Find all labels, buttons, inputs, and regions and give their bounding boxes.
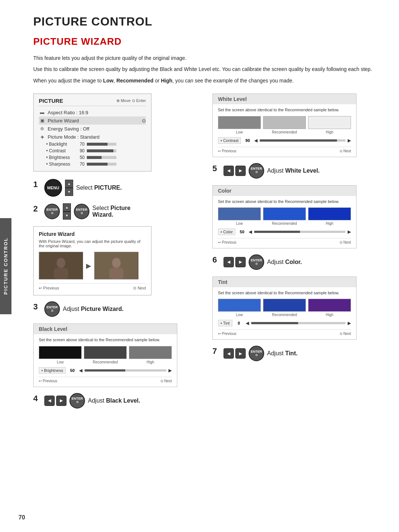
enter-button-1[interactable]: ENTER⊙: [44, 204, 60, 219]
step-5-buttons: ◀ ▶: [224, 166, 246, 176]
wizard-nav: ↩ Previous ⊙ Next: [39, 283, 146, 291]
tint-bar-fill: [251, 322, 299, 324]
enter-button-5[interactable]: ENTER⊙: [249, 163, 264, 179]
black-level-swatches: Low Recommended High: [39, 346, 172, 364]
step5-right-btn[interactable]: ▶: [235, 166, 246, 176]
dpad-down-2[interactable]: ▼: [63, 211, 71, 220]
wl-swatch-recommended: Recommended: [263, 116, 306, 134]
step-6: 6 ◀ ▶ ENTER⊙ Adjust Color.: [212, 254, 381, 270]
dpad-up-2[interactable]: ▲: [63, 203, 71, 211]
tint-swatch-rec: Recommended: [263, 299, 306, 317]
color-left-arrow[interactable]: ◀: [249, 229, 252, 234]
black-level-title: Black Level: [34, 324, 177, 334]
contrast-label: • Contrast: [218, 137, 241, 144]
wizard-nav-next: ⊙ Next: [133, 286, 146, 291]
tint-left-arrow[interactable]: ◀: [246, 321, 249, 326]
wizard-panel-desc: With Picture Wizard, you can adjust the …: [39, 239, 146, 248]
dpad-up[interactable]: ▲: [65, 180, 73, 188]
brightness-label: • Brightness: [39, 367, 66, 374]
white-level-desc: Set the screen above identical to the Re…: [218, 107, 351, 113]
right-btn[interactable]: ▶: [56, 396, 66, 406]
color-bar-fill: [254, 231, 300, 233]
bl-nav-next: ⊙ Next: [160, 379, 172, 383]
enter-next-icon: ⊙: [133, 286, 136, 290]
tint-right-arrow[interactable]: ▶: [348, 321, 351, 326]
menu-row-mode: ◈ Picture Mode : Standard: [39, 133, 146, 141]
swatch-high: High: [129, 346, 172, 364]
step7-right-btn[interactable]: ▶: [235, 348, 246, 359]
swatch-black-high: [129, 346, 172, 359]
enter-button-7[interactable]: ENTER⊙: [249, 346, 264, 361]
tint-nav: ↩ Previous ⊙ Next: [218, 329, 351, 336]
svg-rect-7: [95, 252, 138, 279]
step-4-buttons: ◀ ▶: [44, 396, 66, 406]
tint-panel: Tint Set the screen above identical to t…: [212, 277, 357, 340]
tint-title: Tint: [213, 277, 356, 287]
color-control: • Color 50 ◀ ▶: [218, 228, 351, 235]
wizard-panel-title: Picture Wizard: [39, 231, 146, 237]
step-5: 5 ◀ ▶ ENTER⊙ Adjust White Level.: [212, 163, 381, 179]
color-swatch-rec: Recommended: [263, 207, 306, 226]
brightness-bar: [87, 156, 116, 159]
enter-button-3[interactable]: ENTER⊙: [44, 301, 60, 317]
left-btn[interactable]: ◀: [44, 396, 55, 406]
enter-button-6[interactable]: ENTER⊙: [249, 254, 264, 270]
sub-row-sharpness: • Sharpness 70: [39, 161, 146, 167]
color-right-arrow[interactable]: ▶: [348, 229, 351, 234]
step-1-num: 1: [33, 180, 41, 189]
white-level-panel: White Level Set the screen above identic…: [212, 94, 357, 157]
color-label: • Color: [218, 228, 235, 235]
tint-next-icon: ⊙: [340, 332, 342, 336]
color-swatches: Low Recommended High: [218, 207, 351, 226]
svg-rect-3: [40, 252, 83, 279]
aspect-icon: ▬: [39, 109, 45, 116]
right-arrow-btn[interactable]: ▶: [168, 368, 172, 373]
color-nav-next: ⊙ Next: [340, 240, 351, 244]
dpad-up-down: ▲ ▼: [65, 180, 73, 196]
step-7-buttons: ◀ ▶: [224, 348, 246, 359]
swatch-white-high: [308, 116, 351, 129]
enter-button-4[interactable]: ENTER⊙: [69, 393, 85, 409]
menu-button[interactable]: MENU: [44, 179, 62, 197]
enter-button-2[interactable]: ENTER⊙: [74, 204, 89, 219]
step5-left-btn[interactable]: ◀: [224, 166, 234, 176]
sub-row-backlight: • Backlight 70: [39, 141, 146, 148]
wl-right-arrow[interactable]: ▶: [348, 138, 351, 143]
step-2-num: 2: [33, 204, 41, 214]
swatch-white-rec: [263, 116, 306, 129]
color-prev-icon: ↩: [218, 240, 221, 244]
intro-line3: When you adjust the image to Low, Recomm…: [33, 77, 381, 85]
sub-row-brightness: • Brightness 50: [39, 154, 146, 161]
swatch-recommended: Recommended: [84, 346, 127, 364]
step-3-num: 3: [33, 302, 41, 312]
step7-left-btn[interactable]: ◀: [224, 348, 234, 359]
tint-swatch-low: Low: [218, 299, 261, 317]
wl-left-arrow[interactable]: ◀: [254, 138, 258, 143]
menu-nav-hint: ⊕ Move ⊙ Enter: [116, 98, 146, 103]
dpad-down[interactable]: ▼: [65, 188, 73, 196]
white-level-swatches: Low Recommended High: [218, 116, 351, 134]
wl-nav-next: ⊙ Next: [340, 149, 351, 153]
bl-prev-icon: ↩: [39, 379, 42, 383]
sub-row-contrast: • Contrast 90: [39, 148, 146, 154]
tint-label: • Tint: [218, 320, 232, 326]
wizard-images: ▶: [39, 252, 146, 279]
black-level-nav: ↩ Previous ⊙ Next: [39, 377, 172, 383]
white-level-control: • Contrast 90 ◀ ▶: [218, 137, 351, 144]
contrast-value: 90: [243, 138, 252, 143]
wl-prev-icon: ↩: [218, 149, 221, 153]
tint-prev-icon: ↩: [218, 332, 221, 336]
move-icon: ⊕: [116, 98, 120, 103]
swatch-tint-rec: [263, 299, 306, 312]
wl-nav-prev: ↩ Previous: [218, 149, 236, 153]
page-number: 70: [18, 514, 25, 521]
step6-right-btn[interactable]: ▶: [235, 257, 246, 267]
step6-left-btn[interactable]: ◀: [224, 257, 234, 267]
color-swatch-low: Low: [218, 207, 261, 226]
brightness-bar-fill: [85, 369, 126, 372]
menu-title: PICTURE: [39, 98, 63, 104]
brightness-control-bar: [85, 369, 166, 372]
wizard-icon: ▣: [39, 117, 45, 124]
left-arrow-btn[interactable]: ◀: [79, 368, 82, 373]
black-level-panel: Black Level Set the screen above identic…: [33, 323, 177, 387]
